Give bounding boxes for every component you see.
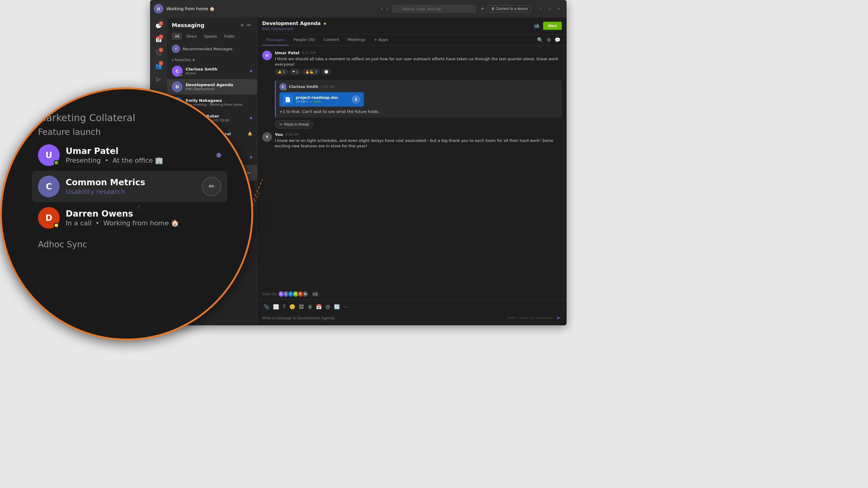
title-bar-actions: + 🖥 Connect to a device [479,4,531,13]
seen-by-row: Seen by U C E M D A +2 [257,289,567,299]
clarissa-quoted-header: C Clarissa Smith 8:28 AM [279,83,558,90]
chat-header: Development Agenda ★ ENG Deployment 📹 Me… [257,18,567,34]
star-icon[interactable]: ★ [323,21,327,26]
user-avatar: U [154,4,163,13]
clarissa-status: Active [186,71,247,75]
tab-messages[interactable]: Messages [262,34,289,45]
tab-content[interactable]: Content [320,34,343,45]
messaging-header: Messaging ≡ ✏ [167,18,257,32]
zoom-common-name: Common Metrics [66,177,196,187]
search-chat-button[interactable]: 🔍 [536,36,544,44]
filter-icon-button[interactable]: ≡ [240,21,245,29]
mention-button[interactable]: @ [324,303,332,311]
filter-all[interactable]: All [172,33,182,40]
send-hint: Shift + Enter for a new line [507,316,553,320]
zoom-item-darren[interactable]: D Darren Owens In a call • Working from … [32,202,227,233]
zoom-darren-status: In a call • Working from home 🏠 [66,219,221,227]
filter-direct[interactable]: Direct [183,33,199,40]
sidebar-item-people[interactable]: 👥 1 [153,60,164,72]
file-size: 24 KB [296,100,305,104]
clarissa-reply-text: +1 to that. Can't wait to see what the f… [279,109,558,115]
tab-apps[interactable]: + Apps [370,34,392,45]
zoom-circle: Marketing Collateral Feature launch U Um… [0,87,253,340]
screen-share-button[interactable]: 🖥 [306,303,313,311]
conversation-item-clarissa[interactable]: C Clarissa Smith Active [167,63,257,79]
nav-back-button[interactable]: ‹ [380,5,384,12]
file-name: project-roadmap.doc [296,96,349,100]
nav-forward-button[interactable]: › [385,5,390,12]
zoom-common-info: Common Metrics Usability research [66,177,196,195]
you-msg-avatar: Y [262,132,272,142]
zoom-common-avatar: C [38,175,60,197]
connect-device-button[interactable]: 🖥 Connect to a device [488,5,531,12]
you-msg-time: 8:30 AM [285,133,299,136]
reaction-clock[interactable]: 🕐 [321,69,331,75]
close-button[interactable]: × [555,5,563,12]
sidebar-item-calendar[interactable]: 📅 1 [153,33,164,45]
minimize-button[interactable]: − [536,5,545,12]
thread-icon-button[interactable]: 💬 [553,36,562,44]
zoom-umar-status [54,160,59,165]
tab-people[interactable]: People (30) [290,34,319,45]
reaction-thumbs[interactable]: 👍 1 [275,69,288,75]
chat-input[interactable] [262,316,505,320]
zoom-edit-icon[interactable]: ✏ [202,177,221,196]
zoom-adhoc-label: Adhoc Sync [32,233,227,252]
reply-to-thread-button[interactable]: ↩ Reply to thread [275,120,313,129]
favorites-label: Favorites ★ [175,58,195,62]
zoom-item-umar[interactable]: U Umar Patel Presenting • At the office … [32,139,227,171]
send-button[interactable]: ➤ [555,313,562,322]
sidebar-item-messaging[interactable]: 💬 5 [153,20,164,32]
doc-file-icon: 📄 [283,95,293,104]
clarissa-info: Clarissa Smith Active [186,67,247,75]
you-msg-text: I know we're on tight schedules, and eve… [275,138,562,149]
seen-avatars: U C E M D A [279,291,308,297]
you-msg-sender: You [275,132,283,137]
filter-spaces[interactable]: Spaces [201,33,220,40]
video-off-icon-button[interactable]: 📹 [532,22,541,30]
lightning-icon: ⚡ [172,44,180,53]
download-button[interactable]: ⬇ [352,95,360,104]
meet-button[interactable]: Meet [543,22,562,30]
chat-title-row: Development Agenda ★ [262,21,532,26]
title-bar: U Working from home 🏠 ‹ › 🔍 + 🖥 Connect … [150,0,567,18]
zoom-common-subtitle: Usability research [66,188,196,195]
loop-button[interactable]: 🔄 [333,303,341,311]
zoom-darren-name: Darren Owens [66,209,221,219]
tab-meetings[interactable]: Meetings [344,34,369,45]
more-toolbar-button[interactable]: ⋯ [342,303,350,311]
umar-msg-text: I think we should all take a moment to r… [275,56,562,67]
zoom-item-common[interactable]: C Common Metrics Usability research ✏ [32,171,227,202]
reaction-fire[interactable]: 🔥💪 3 [303,69,320,75]
sidebar-item-calls[interactable]: 📞 1 [153,46,164,59]
emoji-button[interactable]: 😊 [288,303,297,311]
chat-panel: Development Agenda ★ ENG Deployment 📹 Me… [257,18,567,325]
chat-settings-button[interactable]: ⚙ [546,36,552,44]
filter-public[interactable]: Public [221,33,238,40]
umar-msg-time: 8:12 AM [302,51,315,55]
unread-indicator [250,70,252,72]
search-input[interactable] [392,5,476,13]
add-button[interactable]: + [479,4,485,13]
recommended-messages-row[interactable]: ⚡ Recommended Messages [167,42,257,56]
zoom-section-label: Marketing Collateral [32,107,227,126]
zoom-umar-info: Umar Patel Presenting • At the office 🏢 [66,146,210,164]
file-meta: 24 KB • ✔ Safe [296,100,349,104]
sticker-button[interactable]: 🖼 [298,303,305,311]
reaction-heart[interactable]: ❤️ 1 [290,69,301,75]
maximize-button[interactable]: □ [546,5,554,12]
gif-button[interactable]: ⬜ [272,303,280,311]
attach-button[interactable]: 📎 [262,303,271,311]
format-button[interactable]: T [281,303,287,311]
chat-tabs: Messages People (30) Content Meetings + … [257,34,567,46]
compose-button[interactable]: ✏ [246,21,252,29]
recommended-label: Recommended Messages [183,47,233,51]
seen-by-label: Seen by [262,292,277,296]
sidebar-item-files[interactable]: ▷ [153,73,164,85]
chat-header-actions: 📹 Meet [532,22,562,30]
favorites-section-header[interactable]: ▾ Favorites ★ [167,56,257,63]
zoom-darren-status-dot [54,223,59,228]
meeting-button[interactable]: 📅 [315,303,323,311]
message-filters: All Direct Spaces Public [167,32,257,42]
zoom-umar-avatar: U [38,144,60,166]
